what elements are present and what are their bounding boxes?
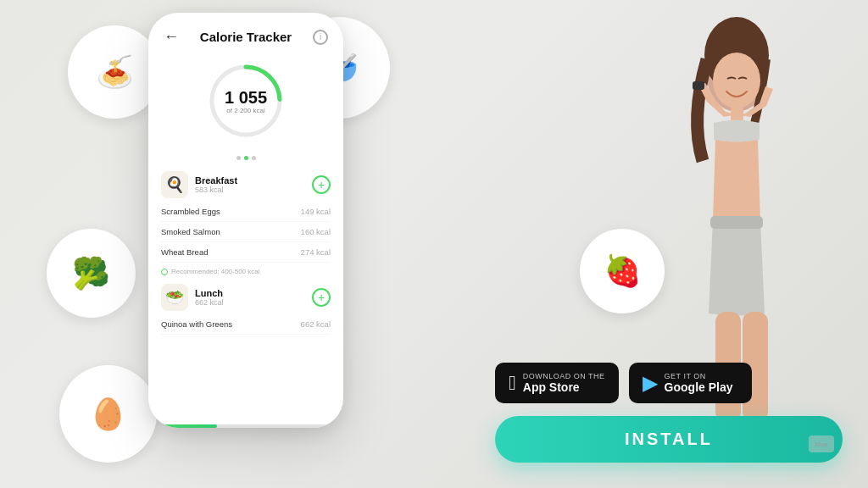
food-name-salmon: Smoked Salmon	[161, 227, 220, 236]
svg-rect-6	[710, 216, 763, 229]
food-name-quinoa: Quinoa with Greens	[161, 319, 232, 329]
progress-bar	[148, 424, 343, 428]
google-play-button[interactable]: ▶ GET IT ON Google Play	[629, 363, 752, 403]
apple-icon: 	[509, 371, 516, 395]
play-icon: ▶	[643, 371, 658, 395]
food-emoji-bottom-left: 🥚	[70, 375, 147, 453]
recommendation-text: Recommended: 400-500 kcal	[161, 263, 331, 280]
lunch-kcal: 662 kcal	[195, 298, 224, 307]
breakfast-add-button[interactable]: +	[312, 175, 331, 194]
food-item-bread: Wheat Bread 274 kcal	[161, 242, 331, 263]
food-cal-quinoa: 662 kcal	[301, 319, 331, 329]
install-button[interactable]: INSTALL	[495, 416, 843, 463]
lunch-icon: 🥗	[161, 284, 188, 311]
lunch-name: Lunch	[195, 288, 224, 298]
food-cal-salmon: 160 kcal	[301, 227, 331, 236]
food-item-salmon: Smoked Salmon 160 kcal	[161, 222, 331, 242]
info-icon[interactable]: i	[313, 30, 328, 45]
app-store-text: Download on the App Store	[523, 372, 605, 394]
phone-header: ← Calorie Tracker i	[148, 13, 343, 54]
calorie-section: 1 055 of 2 200 kcal	[148, 54, 343, 152]
lunch-section: 🥗 Lunch 662 kcal + Quinoa with Greens 66…	[148, 284, 343, 335]
phone-title: Calorie Tracker	[200, 30, 292, 44]
app-store-button[interactable]:  Download on the App Store	[495, 363, 619, 403]
google-play-small-text: GET IT ON	[665, 372, 733, 380]
calorie-value: 1 055	[225, 88, 267, 107]
breakfast-header: 🍳 Breakfast 583 kcal +	[161, 171, 331, 198]
food-plate-middle-left: 🥦	[47, 229, 136, 318]
rec-label: Recommended: 400-500 kcal	[171, 268, 260, 275]
google-play-text: GET IT ON Google Play	[665, 372, 733, 394]
breakfast-label-group: Breakfast 583 kcal	[195, 175, 237, 194]
lunch-title-group: 🥗 Lunch 662 kcal	[161, 284, 224, 311]
breakfast-name: Breakfast	[195, 175, 237, 186]
food-name-eggs: Scrambled Eggs	[161, 207, 220, 216]
lunch-label-group: Lunch 662 kcal	[195, 288, 224, 307]
food-emoji-top-left: 🍝	[77, 35, 152, 109]
rec-dot-icon	[161, 269, 168, 275]
food-name-bread: Wheat Bread	[161, 247, 208, 257]
install-label: INSTALL	[625, 430, 713, 449]
breakfast-title-group: 🍳 Breakfast 583 kcal	[161, 171, 237, 198]
svg-point-4	[713, 53, 760, 108]
breakfast-kcal: 583 kcal	[195, 186, 237, 194]
dot-1	[236, 156, 241, 160]
store-buttons-container:  Download on the App Store ▶ GET IT ON …	[495, 363, 752, 403]
food-cal-bread: 274 kcal	[301, 247, 331, 257]
page-dots	[148, 156, 343, 160]
calorie-circle: 1 055 of 2 200 kcal	[203, 58, 288, 143]
food-plate-top-left: 🍝	[68, 25, 161, 119]
food-cal-eggs: 149 kcal	[301, 207, 331, 216]
lunch-add-button[interactable]: +	[312, 288, 331, 307]
woman-figure	[605, 0, 868, 480]
dot-2	[244, 156, 248, 160]
food-plate-bottom-left: 🥚	[59, 365, 157, 463]
back-button[interactable]: ←	[164, 28, 179, 46]
app-store-big-text: App Store	[523, 380, 605, 394]
food-emoji-middle-left: 🥦	[56, 238, 127, 309]
progress-fill	[148, 424, 217, 428]
phone-mockup: ← Calorie Tracker i 1 055 of 2 200 kcal	[148, 13, 343, 428]
breakfast-icon: 🍳	[161, 171, 188, 198]
lunch-header: 🥗 Lunch 662 kcal +	[161, 284, 331, 311]
app-store-small-text: Download on the	[523, 372, 605, 380]
food-item-eggs: Scrambled Eggs 149 kcal	[161, 202, 331, 222]
food-item-quinoa: Quinoa with Greens 662 kcal	[161, 314, 331, 335]
dot-3	[252, 156, 256, 160]
calorie-goal: of 2 200 kcal	[225, 107, 267, 114]
phone-screen: ← Calorie Tracker i 1 055 of 2 200 kcal	[148, 13, 343, 428]
small-logo: Mue	[809, 435, 834, 452]
calorie-text: 1 055 of 2 200 kcal	[225, 88, 267, 114]
right-section:  Download on the App Store ▶ GET IT ON …	[478, 0, 868, 488]
google-play-big-text: Google Play	[665, 380, 733, 394]
breakfast-section: 🍳 Breakfast 583 kcal + Scrambled Eggs 14…	[148, 164, 343, 280]
svg-rect-9	[693, 81, 704, 90]
